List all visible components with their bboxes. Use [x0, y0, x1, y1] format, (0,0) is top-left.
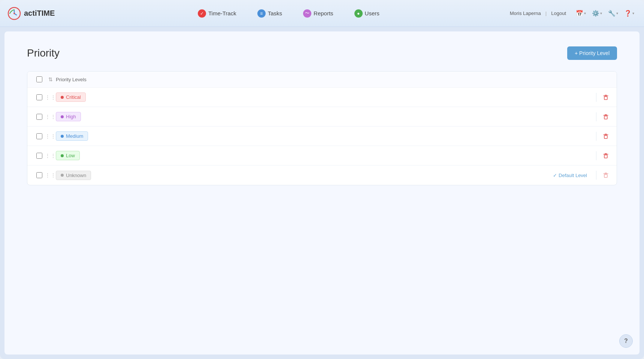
- row-checkbox-medium[interactable]: [36, 133, 42, 139]
- trash-icon-critical: [602, 94, 609, 101]
- table-row: ⋮⋮ Critical: [27, 88, 617, 107]
- add-priority-level-button[interactable]: + Priority Level: [567, 46, 617, 60]
- row-divider-low: [596, 151, 596, 160]
- priority-badge-critical: Critical: [56, 92, 86, 102]
- svg-point-1: [13, 13, 15, 14]
- svg-rect-2: [604, 97, 607, 100]
- drag-handle-unknown[interactable]: ⋮⋮: [45, 173, 56, 178]
- logo-area: actiTIME: [7, 7, 67, 20]
- delete-button-critical[interactable]: [601, 92, 611, 102]
- drag-handle-medium[interactable]: ⋮⋮: [45, 134, 56, 139]
- row-drag-unknown[interactable]: ⋮⋮: [45, 173, 56, 178]
- page-header: Priority + Priority Level: [27, 46, 617, 60]
- timetrack-icon: ✓: [198, 9, 206, 18]
- drag-handle-critical[interactable]: ⋮⋮: [45, 95, 56, 100]
- row-right-high: [592, 112, 611, 122]
- row-checkbox-col-low: [33, 153, 45, 159]
- page-title: Priority: [27, 47, 60, 59]
- nav-reports-label: Reports: [314, 10, 333, 16]
- row-checkbox-col-medium: [33, 133, 45, 139]
- help-button[interactable]: ?: [619, 334, 633, 348]
- nav-timetrack[interactable]: ✓ Time-Track: [195, 8, 239, 19]
- trash-icon-unknown: [602, 172, 609, 179]
- logout-link[interactable]: Logout: [551, 10, 566, 16]
- reports-icon: 〜: [303, 9, 311, 18]
- row-checkbox-col-high: [33, 114, 45, 120]
- nav-tasks-label: Tasks: [268, 10, 282, 16]
- header-checkbox-col: [33, 76, 45, 82]
- drag-handle-high[interactable]: ⋮⋮: [45, 114, 56, 119]
- badge-dot-critical: [61, 96, 64, 99]
- row-divider-critical: [596, 93, 596, 102]
- drag-handle-low[interactable]: ⋮⋮: [45, 153, 56, 158]
- select-all-checkbox[interactable]: [36, 76, 42, 82]
- trash-icon-low: [602, 152, 609, 159]
- row-right-medium: [592, 131, 611, 141]
- row-divider-high: [596, 112, 596, 121]
- badge-label-low: Low: [66, 153, 75, 158]
- badge-dot-low: [61, 154, 64, 157]
- table-header-row: ⇅ Priority Levels: [27, 72, 617, 88]
- table-row: ⋮⋮ Medium: [27, 127, 617, 146]
- row-checkbox-unknown[interactable]: [36, 172, 42, 178]
- row-checkbox-col-critical: [33, 94, 45, 100]
- priority-badge-unknown: Unknown: [56, 171, 91, 180]
- nav-timetrack-label: Time-Track: [208, 10, 236, 16]
- nav-users-label: Users: [365, 10, 380, 16]
- row-checkbox-low[interactable]: [36, 153, 42, 159]
- settings-icon-btn[interactable]: ⚙️▾: [590, 8, 604, 18]
- table-row: ⋮⋮ Low: [27, 146, 617, 165]
- delete-button-low[interactable]: [601, 151, 611, 161]
- checkmark-icon: ✓: [553, 173, 557, 178]
- tasks-icon: ≡: [257, 9, 266, 18]
- badge-dot-medium: [61, 135, 64, 138]
- header-drag-col: ⇅: [45, 76, 56, 82]
- trash-icon-high: [602, 113, 609, 120]
- header-label-col: Priority Levels: [56, 76, 581, 83]
- row-divider-unknown: [596, 171, 596, 180]
- nav-reports[interactable]: 〜 Reports: [300, 8, 336, 19]
- row-checkbox-high[interactable]: [36, 114, 42, 120]
- svg-rect-17: [604, 155, 607, 158]
- row-checkbox-critical[interactable]: [36, 94, 42, 100]
- delete-button-unknown[interactable]: [601, 170, 611, 180]
- row-drag-high[interactable]: ⋮⋮: [45, 114, 56, 119]
- priority-table: ⇅ Priority Levels ⋮⋮ Critical: [27, 71, 617, 185]
- help-icon-btn[interactable]: ❓▾: [622, 8, 637, 18]
- calendar-icon-btn[interactable]: 📅▾: [574, 8, 588, 18]
- row-right-low: [592, 151, 611, 161]
- row-drag-critical[interactable]: ⋮⋮: [45, 95, 56, 100]
- delete-button-high[interactable]: [601, 112, 611, 122]
- badge-dot-high: [61, 115, 64, 118]
- admin-icon-btn[interactable]: 🔧▾: [606, 8, 620, 18]
- users-icon: ●: [354, 9, 363, 18]
- app-name: actiTIME: [24, 9, 55, 18]
- row-right-unknown: ✓ Default Level: [553, 170, 611, 180]
- nav-users[interactable]: ● Users: [351, 8, 383, 19]
- svg-rect-22: [604, 174, 607, 177]
- priority-badge-low: Low: [56, 151, 80, 160]
- row-right-critical: [592, 92, 611, 102]
- logo-icon: [7, 7, 21, 20]
- row-label-unknown: Unknown: [56, 171, 553, 180]
- row-drag-low[interactable]: ⋮⋮: [45, 153, 56, 158]
- sort-icon[interactable]: ⇅: [48, 76, 53, 82]
- column-header-label: Priority Levels: [56, 77, 87, 82]
- delete-button-medium[interactable]: [601, 131, 611, 141]
- badge-label-medium: Medium: [66, 133, 83, 139]
- default-level-indicator: ✓ Default Level: [553, 173, 587, 178]
- badge-label-high: High: [66, 114, 76, 119]
- row-label-low: Low: [56, 151, 592, 160]
- badge-dot-unknown: [61, 174, 64, 177]
- default-level-label: Default Level: [559, 173, 587, 178]
- row-label-medium: Medium: [56, 131, 592, 141]
- header-right: Moris Laperna | Logout 📅▾ ⚙️▾ 🔧▾ ❓▾: [510, 8, 637, 18]
- row-label-high: High: [56, 112, 592, 121]
- svg-rect-12: [604, 136, 607, 139]
- header: actiTIME ✓ Time-Track ≡ Tasks 〜 Reports …: [0, 0, 644, 27]
- nav-tasks[interactable]: ≡ Tasks: [254, 8, 285, 19]
- priority-badge-medium: Medium: [56, 131, 88, 141]
- badge-label-critical: Critical: [66, 94, 81, 100]
- row-drag-medium[interactable]: ⋮⋮: [45, 134, 56, 139]
- header-icons: 📅▾ ⚙️▾ 🔧▾ ❓▾: [574, 8, 637, 18]
